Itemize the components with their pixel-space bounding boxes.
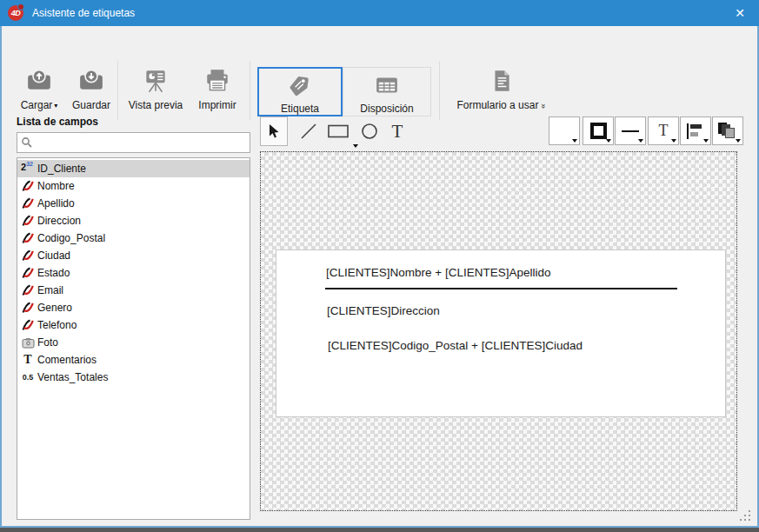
field-row-foto[interactable]: Foto: [17, 334, 250, 351]
tab-disposicion-label: Disposición: [360, 103, 413, 115]
alpha-type-icon: [20, 179, 36, 193]
window-resize-grip[interactable]: [738, 510, 752, 522]
field-row-comentarios[interactable]: T Comentarios: [17, 351, 250, 369]
picture-type-icon: [20, 336, 36, 349]
save-label: Guardar: [72, 99, 110, 111]
field-list-header: Lista de campos: [17, 116, 98, 128]
field-name: Ciudad: [37, 249, 70, 262]
cursor-arrow-icon: [267, 123, 281, 139]
text-tool-icon: T: [392, 121, 403, 143]
line-width-button[interactable]: [615, 116, 646, 145]
alpha-type-icon: [20, 318, 36, 332]
field-name: Foto: [37, 336, 58, 349]
fill-color-button[interactable]: [549, 116, 580, 145]
text-type-icon: T: [20, 353, 36, 367]
label-design-canvas[interactable]: [CLIENTES]Nombre + [CLIENTES]Apellido [C…: [260, 151, 737, 511]
save-icon: [78, 65, 104, 96]
4d-app-icon: 4D: [8, 5, 23, 21]
text-format-icon: T: [659, 122, 669, 140]
field-row-id-cliente[interactable]: 232 ID_Cliente: [17, 160, 250, 177]
field-name: Comentarios: [37, 354, 97, 366]
line-width-caret[interactable]: [638, 139, 643, 143]
label-field-expression[interactable]: [CLIENTES]Codigo_Postal + [CLIENTES]Ciud…: [328, 339, 583, 352]
align-caret[interactable]: [703, 139, 709, 143]
alpha-type-icon: [20, 301, 36, 315]
field-name: Codigo_Postal: [37, 232, 105, 244]
main-toolbar: Cargar▾ Guardar: [2, 26, 757, 104]
tab-disposicion[interactable]: Disposición: [343, 67, 431, 116]
field-name: Genero: [37, 302, 72, 314]
field-row-telefono[interactable]: Telefono: [17, 316, 250, 334]
titlebar[interactable]: 4D Asistente de etiquetas ✕: [0, 0, 759, 26]
preview-label: Vista previa: [129, 99, 183, 111]
print-button[interactable]: Imprimir: [190, 65, 245, 111]
border-style-icon: [590, 123, 607, 139]
field-row-direccion[interactable]: Direccion: [17, 212, 250, 229]
fill-color-caret[interactable]: [572, 139, 577, 143]
align-button[interactable]: [680, 116, 711, 145]
field-search-box[interactable]: [17, 132, 250, 153]
field-name: Email: [37, 284, 63, 296]
field-name: Apellido: [37, 197, 75, 209]
field-row-codigo-postal[interactable]: Codigo_Postal: [17, 229, 250, 247]
field-row-genero[interactable]: Genero: [17, 299, 250, 316]
load-button[interactable]: Cargar▾: [14, 65, 64, 111]
text-format-button[interactable]: T: [648, 116, 679, 145]
label-preview-area[interactable]: [CLIENTES]Nombre + [CLIENTES]Apellido [C…: [276, 249, 726, 417]
field-row-ciudad[interactable]: Ciudad: [17, 247, 250, 264]
rectangle-tool[interactable]: [324, 116, 352, 146]
form-to-use-button[interactable]: Formulario a usar»: [447, 65, 556, 111]
form-document-icon: [491, 65, 512, 96]
align-icon: [687, 123, 704, 139]
field-row-email[interactable]: Email: [17, 282, 250, 299]
field-list[interactable]: 232 ID_Cliente Nombre Apellido Direccion…: [17, 157, 250, 520]
field-name: Ventas_Totales: [37, 371, 108, 383]
toolbar-separator: [439, 61, 440, 120]
close-button[interactable]: ✕: [721, 0, 759, 26]
tab-etiqueta-label: Etiqueta: [281, 103, 319, 115]
field-row-apellido[interactable]: Apellido: [17, 195, 250, 212]
arrange-layers-caret[interactable]: [736, 139, 741, 143]
text-tool[interactable]: T: [383, 116, 411, 146]
alpha-type-icon: [20, 266, 36, 280]
select-tool[interactable]: [260, 116, 288, 146]
alpha-type-icon: [20, 196, 36, 210]
label-horizontal-rule[interactable]: [325, 288, 677, 289]
oval-tool[interactable]: [356, 116, 383, 146]
oval-icon: [361, 123, 378, 140]
tab-etiqueta[interactable]: Etiqueta: [257, 67, 343, 116]
desktop-background: 4D Asistente de etiquetas ✕ Cargar▾: [0, 0, 759, 532]
field-name: Estado: [37, 267, 70, 279]
form-dropdown-chevron[interactable]: »: [540, 103, 549, 109]
layout-grid-icon: [375, 70, 399, 101]
print-label: Imprimir: [198, 99, 236, 111]
field-name: ID_Cliente: [37, 163, 86, 175]
load-dropdown-caret[interactable]: ▾: [54, 101, 57, 111]
label-field-expression[interactable]: [CLIENTES]Direccion: [327, 304, 440, 317]
arrange-layers-button[interactable]: [712, 116, 743, 145]
toolbar-separator: [117, 61, 118, 120]
label-field-expression[interactable]: [CLIENTES]Nombre + [CLIENTES]Apellido: [326, 266, 550, 279]
field-row-estado[interactable]: Estado: [17, 264, 250, 282]
alpha-type-icon: [20, 214, 36, 228]
real-type-icon: 0.5: [20, 370, 36, 384]
rectangle-icon: [328, 124, 349, 138]
design-toolbar: T T: [258, 116, 757, 149]
save-button[interactable]: Guardar: [66, 65, 117, 111]
toolbar-separator: [250, 61, 250, 120]
alpha-type-icon: [20, 249, 36, 263]
longint-type-icon: 232: [20, 162, 36, 176]
print-icon: [203, 65, 231, 96]
border-style-button[interactable]: [583, 116, 614, 145]
text-format-caret[interactable]: [671, 139, 676, 143]
load-icon: [26, 65, 52, 96]
search-input[interactable]: [33, 134, 250, 151]
load-label: Cargar: [21, 99, 53, 111]
field-name: Direccion: [37, 215, 81, 227]
preview-button[interactable]: Vista previa: [123, 65, 188, 111]
window-title: Asistente de etiquetas: [32, 7, 135, 19]
line-tool[interactable]: [295, 116, 323, 146]
field-row-nombre[interactable]: Nombre: [17, 177, 250, 195]
field-row-ventas-totales[interactable]: 0.5 Ventas_Totales: [17, 369, 250, 386]
border-style-caret[interactable]: [606, 139, 611, 143]
